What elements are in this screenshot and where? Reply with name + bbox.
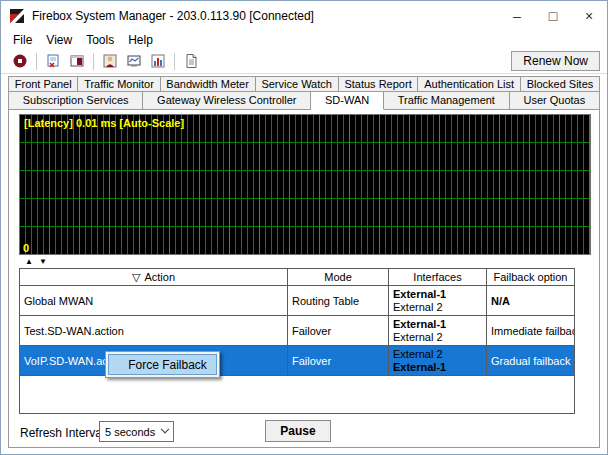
table-row[interactable]: Test.SD-WAN.action Failover External-1 E…	[20, 316, 574, 346]
toolbar-separator	[174, 53, 175, 70]
minimize-button[interactable]: –	[499, 1, 535, 30]
tab-user-quotas[interactable]: User Quotas	[510, 92, 600, 110]
renew-now-button[interactable]: Renew Now	[511, 51, 600, 71]
close-button[interactable]: ×	[571, 1, 607, 30]
cell-interfaces: External-1 External 2	[389, 316, 487, 345]
tab-bandwidth-meter[interactable]: Bandwidth Meter	[161, 76, 256, 92]
column-header-mode[interactable]: Mode	[288, 269, 389, 285]
bar-chart-icon[interactable]	[146, 51, 170, 72]
menubar: File View Tools Help	[1, 30, 607, 49]
firebox-logo-icon	[9, 8, 25, 24]
chevron-down-icon	[161, 424, 169, 432]
interface-primary: External-1	[393, 318, 482, 331]
front-panel-icon[interactable]	[65, 51, 89, 72]
cell-failback: Gradual failback	[487, 346, 574, 375]
menu-tools[interactable]: Tools	[79, 32, 121, 48]
splitter-up-icon[interactable]: ▲	[25, 258, 33, 266]
maximize-button[interactable]: □	[535, 1, 571, 30]
table-row-selected[interactable]: VoIP.SD-WAN.action Failover External 2 E…	[20, 346, 574, 376]
window-title: Firebox System Manager - 203.0.113.90 [C…	[32, 9, 314, 23]
record-icon[interactable]	[8, 51, 32, 72]
interface-primary: External-1	[393, 288, 482, 301]
chart-splitter[interactable]: ▲ ▼	[19, 257, 591, 267]
column-header-action[interactable]: ▽ Action	[20, 269, 288, 285]
sdwan-actions-table: ▽ Action Mode Interfaces Failback option…	[19, 268, 575, 414]
tab-status-report[interactable]: Status Report	[339, 76, 419, 92]
refresh-interval-value: 5 seconds	[105, 426, 155, 438]
cell-interfaces: External-1 External 2	[389, 286, 487, 315]
interface-secondary: External 2	[393, 348, 482, 361]
refresh-interval-label: Refresh Interval:	[20, 426, 108, 440]
sort-descending-icon: ▽	[132, 271, 140, 284]
interface-secondary: External 2	[393, 331, 482, 344]
splitter-down-icon[interactable]: ▼	[39, 258, 47, 266]
tab-blocked-sites[interactable]: Blocked Sites	[521, 76, 600, 92]
column-header-failback[interactable]: Failback option	[487, 269, 574, 285]
tab-front-panel[interactable]: Front Panel	[8, 76, 78, 92]
toolbar-separator	[36, 53, 37, 70]
toolbar-separator	[93, 53, 94, 70]
cell-interfaces: External 2 External-1	[389, 346, 487, 375]
tab-service-watch[interactable]: Service Watch	[256, 76, 339, 92]
certificate-icon[interactable]	[41, 51, 65, 72]
tab-traffic-management[interactable]: Traffic Management	[384, 92, 510, 110]
sdwan-tab-page: [Latency] 0.01 ms [Auto-Scale] 0 ▲ ▼ ▽ A…	[8, 109, 600, 448]
table-header-row: ▽ Action Mode Interfaces Failback option	[20, 269, 574, 286]
chart-title-label: [Latency] 0.01 ms [Auto-Scale]	[24, 117, 184, 129]
cell-action: Test.SD-WAN.action	[20, 316, 288, 345]
tab-gateway-wireless-controller[interactable]: Gateway Wireless Controller	[143, 92, 311, 110]
titlebar: Firebox System Manager - 203.0.113.90 [C…	[1, 1, 607, 30]
network-monitor-icon[interactable]	[122, 51, 146, 72]
cell-mode: Failover	[288, 316, 389, 345]
tab-sd-wan[interactable]: SD-WAN	[311, 92, 384, 110]
users-icon[interactable]	[98, 51, 122, 72]
toolbar: Renew Now	[1, 49, 607, 74]
refresh-interval-select[interactable]: 5 seconds	[99, 421, 174, 442]
latency-chart: [Latency] 0.01 ms [Auto-Scale] 0	[19, 114, 591, 255]
tab-subscription-services[interactable]: Subscription Services	[8, 92, 143, 110]
cell-failback: N/A	[487, 286, 574, 315]
report-icon[interactable]	[179, 51, 203, 72]
column-header-interfaces[interactable]: Interfaces	[389, 269, 487, 285]
menu-view[interactable]: View	[39, 32, 79, 48]
cell-mode: Failover	[288, 346, 389, 375]
cell-mode: Routing Table	[288, 286, 389, 315]
menu-help[interactable]: Help	[121, 32, 160, 48]
chart-origin-label: 0	[23, 242, 29, 254]
app-window: Firebox System Manager - 203.0.113.90 [C…	[0, 0, 608, 455]
context-menu: Force Failback	[105, 351, 220, 378]
tab-authentication-list[interactable]: Authentication List	[418, 76, 520, 92]
interface-primary: External-1	[393, 361, 482, 374]
tab-strip: Front Panel Traffic Monitor Bandwidth Me…	[8, 76, 600, 110]
menu-file[interactable]: File	[6, 32, 39, 48]
column-header-action-label: Action	[144, 271, 175, 283]
context-menu-item-force-failback[interactable]: Force Failback	[108, 354, 217, 375]
cell-action: Global MWAN	[20, 286, 288, 315]
pause-button[interactable]: Pause	[265, 420, 331, 442]
table-row[interactable]: Global MWAN Routing Table External-1 Ext…	[20, 286, 574, 316]
interface-secondary: External 2	[393, 301, 482, 314]
cell-failback: Immediate failback	[487, 316, 574, 345]
tab-traffic-monitor[interactable]: Traffic Monitor	[78, 76, 160, 92]
